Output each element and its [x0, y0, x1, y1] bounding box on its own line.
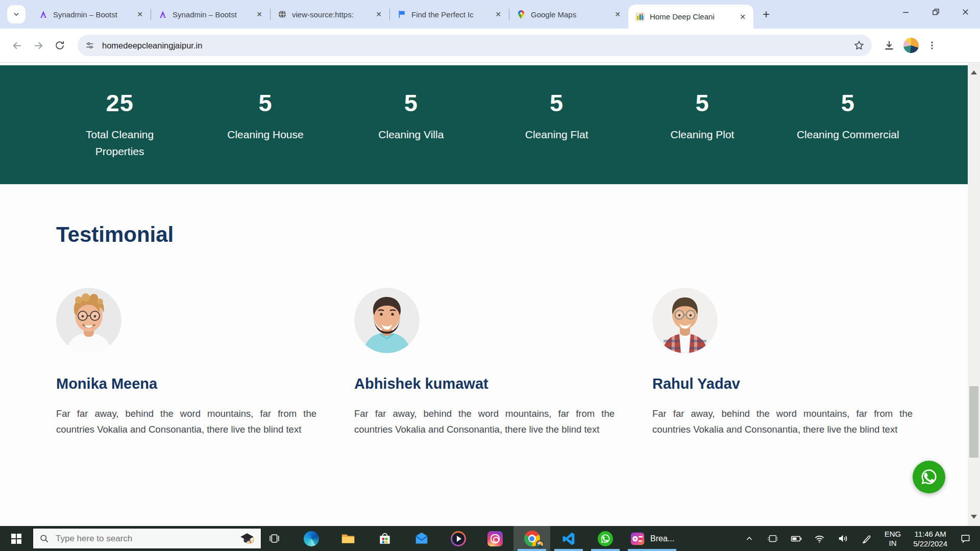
tab-close-icon[interactable]: ✕ [612, 9, 623, 20]
page-scrollbar[interactable] [968, 63, 980, 526]
tab-google-maps[interactable]: Google Maps ✕ [509, 0, 628, 29]
stat-label: Cleaning Commercial [793, 126, 903, 143]
address-bar[interactable] [78, 35, 872, 56]
testimonial-card: Monika Meena Far far away, behind the wo… [56, 288, 316, 437]
stat-value: 5 [629, 89, 775, 117]
tray-pen-button[interactable] [857, 526, 876, 551]
scroll-up-button[interactable] [968, 66, 980, 79]
close-window-button[interactable] [950, 0, 980, 24]
tab-close-icon[interactable]: ✕ [254, 9, 265, 20]
tab-close-icon[interactable]: ✕ [737, 11, 748, 22]
tab-home-deep-cleaning-active[interactable]: Home Deep Cleani ✕ [628, 5, 753, 29]
tab-synadmin-1[interactable]: Synadmin – Bootst ✕ [32, 0, 151, 29]
tab-synadmin-2[interactable]: Synadmin – Bootst ✕ [151, 0, 270, 29]
media-player-icon [451, 531, 466, 546]
bookmark-star-icon[interactable] [853, 40, 865, 51]
language-code: ENG [885, 530, 901, 539]
stat-cleaning-villa: 5 Cleaning Villa [338, 89, 484, 184]
tab-search-button[interactable] [7, 5, 26, 23]
search-input[interactable] [56, 534, 239, 544]
testimonial-card: Rahul Yadav Far far away, behind the wor… [652, 288, 913, 437]
action-center-button[interactable] [955, 526, 975, 551]
download-icon[interactable] [883, 39, 895, 52]
taskbar-vscode-button[interactable] [550, 526, 587, 551]
tray-wifi-button[interactable] [810, 526, 829, 551]
active-app-indicator [628, 549, 676, 551]
microsoft-store-icon [378, 532, 392, 546]
scrollbar-thumb[interactable] [969, 386, 978, 458]
tray-battery-button[interactable] [787, 526, 806, 551]
taskbar-store-button[interactable] [366, 526, 403, 551]
minimize-button[interactable] [891, 0, 921, 24]
avatar [652, 288, 718, 353]
tab-title: Google Maps [531, 10, 612, 19]
whatsapp-chat-button[interactable] [913, 461, 945, 493]
graduation-cap-search-highlight-icon[interactable] [239, 531, 255, 546]
clock-date: 5/22/2024 [913, 539, 947, 548]
new-tab-button[interactable]: + [757, 6, 775, 23]
stat-value: 5 [192, 89, 338, 117]
stat-cleaning-plot: 5 Cleaning Plot [629, 89, 775, 184]
tab-title: view-source:https: [292, 10, 373, 19]
taskbar-instagram-button[interactable] [477, 526, 513, 551]
taskbar-edge-button[interactable] [293, 526, 330, 551]
url-input[interactable] [102, 41, 853, 51]
synadmin-favicon-icon [39, 10, 48, 19]
taskbar-media-player-button[interactable] [440, 526, 477, 551]
chevron-up-icon [744, 534, 754, 544]
testimonial-name: Rahul Yadav [652, 375, 913, 392]
back-button[interactable] [6, 35, 28, 56]
taskbar-chrome-button[interactable] [513, 526, 550, 551]
taskbar-mail-button[interactable] [403, 526, 440, 551]
taskbar-open-window-button[interactable]: Brea... [624, 526, 680, 551]
tray-expand-button[interactable] [740, 526, 759, 551]
tab-close-icon[interactable]: ✕ [493, 9, 504, 20]
tray-volume-button[interactable] [834, 526, 853, 551]
active-app-indicator [554, 549, 583, 551]
stat-label: Cleaning House [210, 126, 321, 143]
active-app-indicator [518, 549, 546, 551]
synadmin-favicon-icon [158, 10, 167, 19]
stat-label: Cleaning Plot [647, 126, 757, 143]
back-arrow-icon [11, 40, 23, 52]
stat-label: Cleaning Villa [356, 126, 466, 143]
search-icon [39, 534, 50, 544]
profile-avatar[interactable] [903, 38, 919, 53]
restore-button[interactable] [921, 0, 950, 24]
taskbar-file-explorer-button[interactable] [330, 526, 366, 551]
start-button[interactable] [0, 526, 33, 551]
taskbar-whatsapp-button[interactable] [587, 526, 624, 551]
stats-row: 25 Total Cleaning Properties 5 Cleaning … [0, 65, 968, 184]
reload-icon [54, 40, 65, 51]
tab-close-icon[interactable]: ✕ [373, 9, 384, 20]
avatar [56, 288, 121, 353]
page-title: Testimonial [56, 222, 174, 247]
tray-tablet-mode-button[interactable] [763, 526, 782, 551]
window-controls [891, 0, 980, 24]
pen-icon [861, 533, 872, 544]
stat-cleaning-flat: 5 Cleaning Flat [484, 89, 629, 184]
page-content: 25 Total Cleaning Properties 5 Cleaning … [0, 63, 968, 526]
taskbar-clock[interactable]: 11:46 AM 5/22/2024 [909, 529, 951, 548]
stat-cleaning-house: 5 Cleaning House [192, 89, 338, 184]
tab-find-icon[interactable]: Find the Perfect Ic ✕ [390, 0, 509, 29]
chrome-profile-badge [536, 540, 544, 548]
site-info-tune-icon[interactable] [85, 40, 95, 51]
flag-favicon-icon [397, 10, 406, 19]
scroll-down-icon [971, 515, 977, 519]
active-app-indicator [591, 549, 620, 551]
tab-view-source[interactable]: view-source:https: ✕ [271, 0, 389, 29]
reload-button[interactable] [49, 35, 70, 56]
taskbar-search-box[interactable] [33, 528, 261, 549]
stat-value: 5 [338, 89, 484, 117]
language-region: IN [885, 539, 901, 548]
task-view-button[interactable] [261, 526, 287, 551]
task-view-icon [268, 532, 281, 545]
stat-label: Cleaning Flat [502, 126, 612, 143]
tab-close-icon[interactable]: ✕ [134, 9, 145, 20]
scroll-down-button[interactable] [968, 511, 980, 523]
forward-button[interactable] [28, 35, 49, 56]
menu-kebab-icon[interactable] [927, 40, 937, 51]
whatsapp-icon [598, 531, 613, 546]
language-indicator[interactable]: ENG IN [880, 530, 905, 548]
